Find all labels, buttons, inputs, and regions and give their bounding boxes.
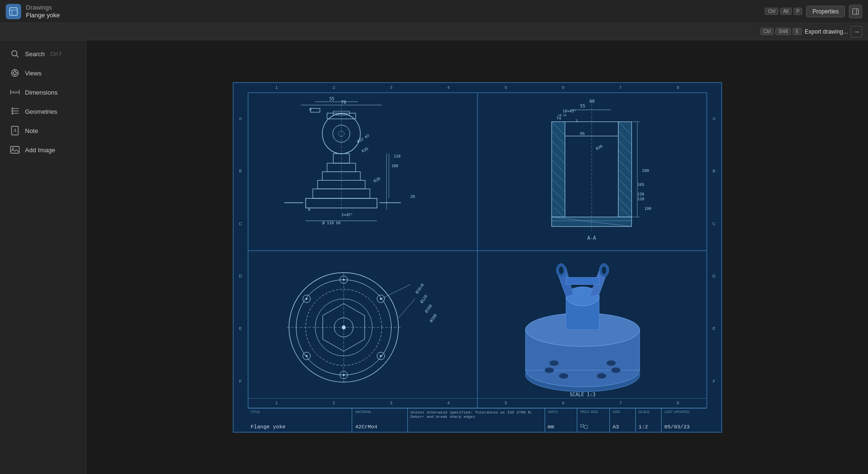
ruler-bottom: 1 2 3 4 5 6 7 8: [248, 398, 707, 408]
scale-label: SCALE: [639, 410, 658, 413]
properties-shortcut: Ctrl Alt P: [765, 8, 802, 15]
svg-rect-3: [853, 9, 858, 14]
main-layout: Search Ctrl F Views: [0, 40, 868, 474]
kbd-p: P: [794, 8, 803, 15]
svg-point-144: [559, 266, 563, 274]
svg-point-123: [342, 325, 345, 329]
svg-text:74: 74: [556, 116, 561, 120]
svg-line-128: [381, 284, 410, 299]
sidebar-search-shortcut: Ctrl F: [50, 51, 62, 57]
sidebar-item-views[interactable]: Views: [3, 64, 83, 82]
sidebar-item-search[interactable]: Search Ctrl F: [3, 45, 83, 63]
svg-rect-31: [310, 108, 320, 112]
sidebar-dimensions-label: Dimensions: [25, 89, 58, 96]
svg-rect-65: [551, 122, 565, 217]
svg-text:60: 60: [589, 98, 595, 103]
sidebar-item-dimensions[interactable]: 80 Dimensions: [3, 83, 83, 101]
svg-text:Ø32 H7: Ø32 H7: [356, 133, 370, 144]
view-3d: SCALE 1:3: [477, 251, 707, 409]
svg-text:+0.15: +0.15: [558, 113, 566, 116]
tolerances-value: Unless otherwise specified: Tolerances a…: [411, 410, 542, 419]
svg-point-139: [606, 360, 616, 366]
title-cell-material: Material 42CrMo4: [352, 408, 407, 432]
sidebar-item-note[interactable]: A Note: [3, 122, 83, 140]
svg-text:Ø16×8: Ø16×8: [415, 282, 425, 294]
svg-point-8: [13, 72, 16, 74]
properties-button[interactable]: Properties: [806, 6, 845, 17]
title-cell-tolerances: Unless otherwise specified: Tolerances a…: [408, 408, 545, 432]
svg-text:Ø120: Ø120: [419, 294, 428, 304]
svg-text:3×45°: 3×45°: [341, 212, 353, 217]
export-kbd-e: E: [793, 28, 802, 35]
view-top: Ø16×8 Ø120 Ø160 Ø200: [248, 251, 477, 409]
breadcrumb-parent: Drawings: [26, 4, 60, 12]
drawing-frame: 1 2 3 4 5 6 7 8 A B C D E F A B: [233, 82, 722, 433]
sidebar: Search Ctrl F Views: [0, 40, 86, 474]
svg-rect-76: [618, 122, 631, 217]
svg-rect-24: [11, 146, 19, 153]
svg-point-116: [343, 279, 345, 280]
svg-text:A: A: [13, 128, 17, 133]
svg-rect-147: [581, 425, 583, 427]
note-icon: A: [10, 125, 20, 136]
svg-point-137: [596, 373, 606, 379]
svg-text:7: 7: [575, 119, 578, 123]
kbd-alt: Alt: [780, 8, 792, 15]
breadcrumb-child: Flange yoke: [26, 12, 60, 19]
svg-text:200: 200: [642, 168, 649, 172]
title-block: TITLE Flange yoke Material 42CrMo4 Unles…: [248, 408, 707, 432]
svg-text:120: 120: [393, 154, 401, 158]
export-shortcut: Ctrl Shift E: [761, 28, 802, 35]
svg-text:55: 55: [580, 103, 585, 108]
geometries-icon: [10, 106, 20, 117]
sidebar-note-label: Note: [25, 127, 38, 134]
export-kbd-ctrl: Ctrl: [761, 28, 774, 35]
svg-text:100: 100: [391, 163, 398, 168]
canvas-area[interactable]: 1 2 3 4 5 6 7 8 A B C D E F A B: [86, 40, 868, 474]
last-updated-label: LAST UPDATED: [665, 410, 704, 413]
title-cell-title: TITLE Flange yoke: [248, 408, 353, 432]
view-front: 55 70 A: [248, 93, 477, 251]
svg-text:R30: R30: [595, 144, 603, 151]
svg-text:R5: R5: [580, 132, 585, 136]
views-icon: [10, 68, 20, 78]
breadcrumb: Drawings Flange yoke: [26, 4, 60, 19]
sidebar-search-label: Search: [25, 50, 45, 58]
svg-point-119: [343, 374, 345, 376]
dimensions-icon: 80: [10, 87, 20, 97]
svg-point-121: [306, 298, 308, 300]
svg-text:100: 100: [644, 206, 652, 210]
sidebar-item-add-image[interactable]: Add Image: [3, 141, 83, 159]
svg-text:Ø160: Ø160: [424, 304, 433, 314]
size-label: SIZE: [613, 410, 632, 413]
top-bar-left: Drawings Flange yoke: [6, 4, 60, 19]
svg-point-135: [611, 367, 620, 373]
top-bar: Drawings Flange yoke Ctrl Alt P Properti…: [0, 0, 868, 23]
svg-point-148: [584, 425, 588, 429]
svg-point-134: [544, 367, 554, 373]
view-section-aa: 60 55 10×45° 74 +0.15 7: [477, 93, 707, 251]
sidebar-item-geometries[interactable]: Geometries: [3, 102, 83, 121]
title-value: Flange yoke: [251, 424, 349, 430]
svg-text:Ø 110 h6: Ø 110 h6: [322, 220, 340, 225]
export-arrow-icon: →: [851, 26, 862, 37]
units-label: UNITS: [548, 410, 574, 413]
svg-text:A-A: A-A: [587, 235, 596, 241]
size-value: A3: [613, 424, 632, 430]
panel-toggle-button[interactable]: [849, 5, 862, 18]
export-drawing-button[interactable]: Export drawing... →: [805, 26, 862, 37]
svg-point-118: [380, 355, 381, 357]
title-label: TITLE: [251, 410, 349, 413]
sidebar-add-image-label: Add Image: [25, 146, 55, 154]
svg-text:165: 165: [637, 182, 644, 187]
scale-value: 1:2: [639, 424, 658, 430]
export-kbd-shift: Shift: [775, 28, 791, 35]
title-cell-scale: SCALE 1:2: [636, 408, 662, 432]
svg-text:55: 55: [329, 96, 334, 101]
svg-text:SCALE 1:3: SCALE 1:3: [570, 392, 595, 397]
proj-ang-label: PROJ. ANG.: [580, 410, 606, 413]
svg-text:Ø200: Ø200: [429, 313, 438, 323]
svg-line-6: [17, 56, 19, 58]
title-cell-units: UNITS mm: [545, 408, 578, 432]
top-bar-right: Ctrl Alt P Properties: [765, 5, 862, 18]
